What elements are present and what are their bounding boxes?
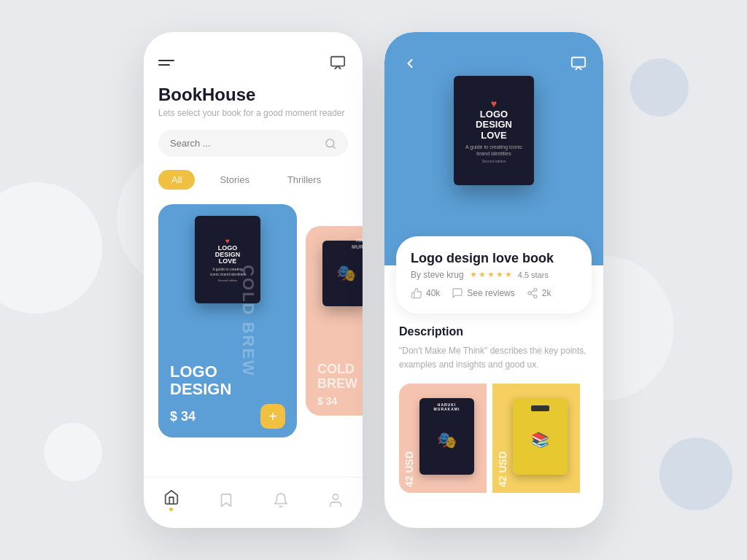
bookmark-icon <box>218 492 234 508</box>
cart-icon-detail <box>570 55 587 71</box>
nav-active-dot <box>169 508 173 511</box>
nav-home[interactable] <box>158 483 185 517</box>
app-title: BookHouse <box>144 73 363 108</box>
home-icon <box>163 489 179 505</box>
svg-rect-0 <box>331 57 344 66</box>
detail-book-cover: ♥ LOGODESIGNLOVE A guide to creating ico… <box>454 76 534 185</box>
menu-icon[interactable] <box>158 60 174 66</box>
detail-book-name: Logo design love book <box>411 251 577 267</box>
add-to-cart-button[interactable]: + <box>260 404 285 429</box>
thumbsup-icon <box>411 287 422 299</box>
bg-decoration-5 <box>659 438 732 510</box>
description-text: "Don't Make Me Think" describes the key … <box>399 344 589 372</box>
description-title: Description <box>399 325 589 338</box>
mini-cover-1: HARUKIMURAKAMI 🎭 <box>419 398 474 475</box>
search-input[interactable] <box>170 138 325 149</box>
back-button[interactable] <box>399 52 421 74</box>
book-card-main[interactable]: ♥ LOGO DESIGN LOVE A guide to creatingic… <box>158 204 297 438</box>
left-phone-screen: BookHouse Lets select your book for a go… <box>144 32 363 528</box>
back-icon <box>403 56 417 71</box>
cart-icon[interactable] <box>328 52 348 73</box>
svg-line-9 <box>530 290 534 292</box>
screens-container: BookHouse Lets select your book for a go… <box>144 32 603 528</box>
reviews-text: See reviews <box>467 288 514 298</box>
bg-decoration-4 <box>630 58 689 117</box>
app-subtitle: Lets select your book for a good moment … <box>144 108 363 130</box>
book-title-main: LOGODESIGN <box>170 363 285 398</box>
search-icon <box>325 137 336 149</box>
nav-user[interactable] <box>322 486 349 514</box>
nav-bell[interactable] <box>267 486 295 514</box>
detail-info-card: Logo design love book By steve krug ★ ★ … <box>396 236 592 314</box>
stats-row: 40k See reviews 2k <box>411 287 577 299</box>
right-phone-screen: ♥ LOGODESIGNLOVE A guide to creating ico… <box>384 32 603 528</box>
shares-stat[interactable]: 2k <box>527 287 551 299</box>
bell-icon <box>273 492 289 508</box>
book-card-secondary[interactable]: HARUKIMURAKAMI 🎭 COLDBREW $ 34 <box>306 226 363 416</box>
books-grid: ♥ LOGO DESIGN LOVE A guide to creatingic… <box>144 204 363 438</box>
book-cover-wrapper: ♥ LOGO DESIGN LOVE A guide to creatingic… <box>158 204 297 303</box>
rating-text: 4.5 stars <box>518 271 549 279</box>
detail-cart-icon[interactable] <box>568 53 589 74</box>
reviews-stat[interactable]: See reviews <box>452 287 514 299</box>
svg-line-8 <box>530 294 534 296</box>
svg-line-2 <box>333 146 335 148</box>
mini-book-1[interactable]: 42 USD HARUKIMURAKAMI 🎭 <box>399 384 487 493</box>
mini-price-2: 42 USD <box>492 446 513 493</box>
bg-decoration-2 <box>44 423 102 481</box>
tab-thrillers[interactable]: Thrillers <box>274 170 334 190</box>
book-price-secondary: $ 34 <box>317 395 363 407</box>
book-info-main: LOGODESIGN $ 34 + <box>158 354 297 438</box>
book-info-secondary: COLDBREW $ 34 <box>306 354 363 416</box>
mini-cover-2: 📚 <box>513 398 568 475</box>
book-title-secondary: COLDBREW <box>317 362 363 392</box>
share-icon <box>527 287 538 299</box>
shares-count: 2k <box>542 288 551 298</box>
bg-decoration-1 <box>0 182 102 314</box>
detail-header: ♥ LOGODESIGNLOVE A guide to creating ico… <box>384 32 603 265</box>
author-row: By steve krug ★ ★ ★ ★ ★ 4.5 stars <box>411 270 577 280</box>
svg-point-3 <box>333 494 338 499</box>
bottom-nav <box>144 477 363 528</box>
likes-count: 40k <box>426 288 440 298</box>
description-section: Description "Don't Make Me Think" descri… <box>384 314 603 384</box>
filter-tabs: All Stories Thrillers <box>144 170 363 204</box>
user-icon <box>328 492 344 508</box>
mini-book-2[interactable]: 42 USD 📚 <box>492 384 580 493</box>
secondary-book-cover: 🎭 <box>322 241 363 306</box>
likes-stat[interactable]: 40k <box>411 287 440 299</box>
author-name: By steve krug <box>411 270 464 280</box>
tab-all[interactable]: All <box>158 170 195 190</box>
author-tag: HARUKIMURAKAMI <box>352 238 363 250</box>
search-bar[interactable] <box>158 130 348 157</box>
comment-icon <box>452 287 463 299</box>
book-price-main: $ 34 <box>170 409 196 424</box>
star-rating: ★ ★ ★ ★ ★ <box>470 270 512 279</box>
mini-price-1: 42 USD <box>399 446 419 493</box>
detail-nav <box>399 52 589 74</box>
tab-stories[interactable]: Stories <box>206 170 262 190</box>
price-row: $ 34 + <box>170 404 285 429</box>
related-books-row: 42 USD HARUKIMURAKAMI 🎭 42 USD 📚 <box>399 384 589 493</box>
svg-rect-4 <box>572 58 585 67</box>
nav-bookmark[interactable] <box>212 486 240 514</box>
left-header <box>144 32 363 73</box>
